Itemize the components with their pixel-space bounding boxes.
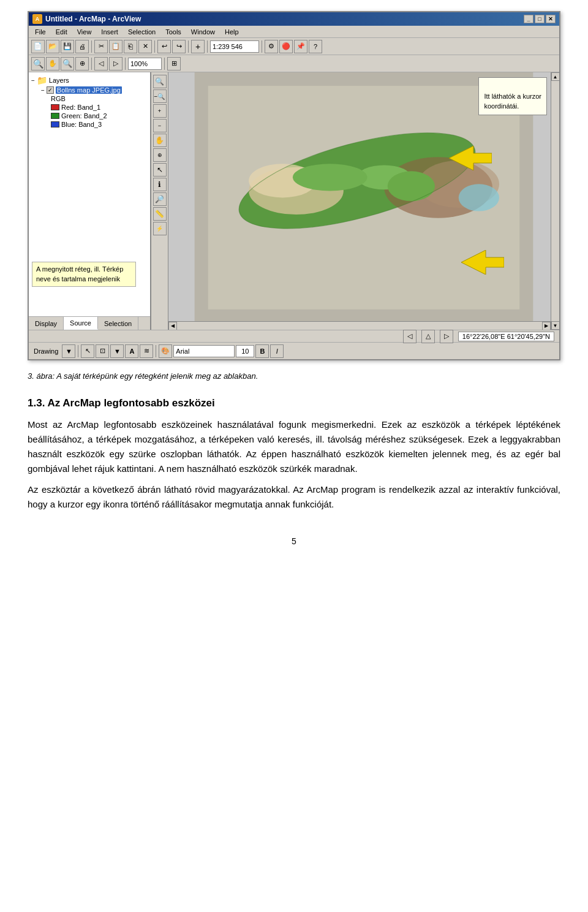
drawing-toolbar: Drawing ▼ ↖ ⊡ ▼ A ≋ 🎨 B I (29, 342, 559, 359)
page-number: 5 (292, 536, 296, 546)
expand-layers[interactable]: − (31, 77, 35, 84)
draw-text[interactable]: A (125, 344, 138, 358)
yellow-arrow-2 (461, 250, 504, 276)
color-picker[interactable]: 🎨 (159, 344, 172, 358)
layer-name[interactable]: Bollns map JPEG.jpg (56, 86, 122, 94)
zoom-out-tool[interactable]: −🔍 (153, 89, 167, 103)
draw-dropdown2[interactable]: ▼ (110, 344, 124, 358)
select-arrow[interactable]: ↖ (81, 344, 94, 358)
full-extent-tool[interactable]: ⊕ (153, 148, 167, 162)
tool1[interactable]: ⚙ (265, 40, 278, 53)
zoom-in-tool[interactable]: 🔍 (153, 75, 167, 88)
separator3 (188, 40, 189, 53)
main-content: − 📁 Layers − ✓ Bollns map JPEG.jpg RGB (29, 72, 559, 330)
print-button[interactable]: 🖨 (75, 40, 89, 53)
back-button[interactable]: ◁ (94, 57, 108, 70)
scroll-up[interactable]: ▲ (551, 72, 560, 81)
menu-window[interactable]: Window (187, 28, 219, 36)
new-button[interactable]: 📄 (31, 40, 45, 53)
tool3[interactable]: 📌 (294, 40, 307, 53)
pan-tool[interactable]: ✋ (153, 134, 167, 147)
drawing-label: Drawing (31, 347, 61, 355)
nav-btn3[interactable]: ▷ (440, 330, 453, 343)
tab-selection[interactable]: Selection (98, 317, 138, 330)
toc-tabs: Display Source Selection (29, 316, 150, 330)
close-button[interactable]: ✕ (546, 15, 556, 23)
folder-icon: 📁 (37, 75, 47, 85)
undo-button[interactable]: ↩ (157, 40, 171, 53)
redo-button[interactable]: ↪ (172, 40, 186, 53)
toc-annotation: A megnyitott réteg, ill. Térkép neve és … (32, 262, 136, 287)
nav-btn1[interactable]: ◁ (403, 330, 417, 343)
expand-layer[interactable]: − (41, 87, 45, 94)
separator7 (125, 58, 126, 70)
section-heading: 1.3. Az ArcMap legfontosabb eszközei (28, 395, 560, 411)
italic-btn[interactable]: I (270, 344, 284, 358)
toc-green-row: Green: Band_2 (51, 112, 148, 120)
scroll-right[interactable]: ▶ (542, 322, 551, 330)
map-area[interactable]: Itt láthatók a kurzor koordinátái. ▲ ▼ ◀ (168, 72, 559, 330)
menu-edit[interactable]: Edit (52, 28, 71, 36)
rgb-label: RGB (51, 95, 66, 102)
maximize-button[interactable]: □ (535, 15, 545, 23)
svg-marker-13 (461, 250, 504, 275)
paste-button[interactable]: ⎗ (124, 40, 137, 53)
open-button[interactable]: 📂 (46, 40, 59, 53)
fixed-zoom-out[interactable]: − (153, 119, 167, 132)
paragraph-1: Most az ArcMap legfontosabb eszközeinek … (28, 417, 560, 476)
layer-checkbox[interactable]: ✓ (47, 86, 54, 94)
menu-file[interactable]: File (31, 28, 50, 36)
drawing-dropdown[interactable]: ▼ (62, 344, 75, 358)
zoom-out-button[interactable]: 🔍 (61, 57, 74, 70)
map-scrollbar-horizontal[interactable]: ◀ ▶ (168, 321, 551, 330)
delete-button[interactable]: ✕ (138, 40, 152, 53)
sep9 (78, 345, 78, 357)
scale-input[interactable] (210, 40, 259, 53)
forward-button[interactable]: ▷ (109, 57, 123, 70)
red-label: Red: Band_1 (61, 104, 100, 111)
menu-insert[interactable]: Insert (97, 28, 122, 36)
menu-view[interactable]: View (74, 28, 96, 36)
separator1 (91, 40, 92, 53)
layout-toggle[interactable]: ⊞ (167, 57, 181, 70)
scroll-down[interactable]: ▼ (551, 321, 560, 330)
menu-tools[interactable]: Tools (162, 28, 185, 36)
save-button[interactable]: 💾 (61, 40, 74, 53)
scroll-left[interactable]: ◀ (168, 322, 177, 330)
tool2[interactable]: 🔴 (279, 40, 293, 53)
separator6 (91, 58, 92, 70)
separator2 (154, 40, 155, 53)
copy-button[interactable]: 📋 (109, 40, 123, 53)
hyperlink-tool[interactable]: ⚡ (153, 222, 167, 235)
help-button[interactable]: ? (309, 40, 322, 53)
arcmap-window: A Untitled - ArcMap - ArcView _ □ ✕ File… (28, 11, 560, 360)
map-scrollbar-vertical[interactable]: ▲ ▼ (551, 72, 559, 330)
bold-btn[interactable]: B (255, 344, 269, 358)
info-tool[interactable]: ℹ (153, 178, 167, 191)
menu-help[interactable]: Help (221, 28, 243, 36)
menu-selection[interactable]: Selection (124, 28, 159, 36)
font-size-input[interactable] (236, 345, 254, 357)
draw-extra[interactable]: ≋ (140, 344, 153, 358)
tools-toolbar: 🔍 ✋ 🔍 ⊕ ◁ ▷ ⊞ (29, 55, 559, 72)
cut-button[interactable]: ✂ (94, 40, 108, 53)
draw-rect[interactable]: ⊡ (96, 344, 109, 358)
add-data-button[interactable]: + (191, 40, 205, 53)
zoom-in-button[interactable]: 🔍 (31, 57, 45, 70)
yellow-arrow (449, 146, 492, 172)
separator8 (164, 58, 165, 70)
nav-btn2[interactable]: △ (421, 330, 435, 343)
tab-source[interactable]: Source (64, 317, 98, 330)
pan-button[interactable]: ✋ (46, 57, 59, 70)
zoom-input[interactable] (128, 58, 162, 70)
select-tool[interactable]: ↖ (153, 163, 167, 177)
measure-tool[interactable]: 📏 (153, 207, 167, 221)
annotation-text: A megnyitott réteg, ill. Térkép neve és … (36, 265, 123, 282)
layers-label: Layers (49, 77, 69, 84)
full-extent-button[interactable]: ⊕ (75, 57, 89, 70)
identify-tool[interactable]: 🔎 (153, 192, 167, 206)
fixed-zoom-in[interactable]: + (153, 104, 167, 118)
minimize-button[interactable]: _ (524, 15, 533, 23)
tab-display[interactable]: Display (29, 317, 64, 330)
font-select[interactable] (173, 345, 235, 357)
